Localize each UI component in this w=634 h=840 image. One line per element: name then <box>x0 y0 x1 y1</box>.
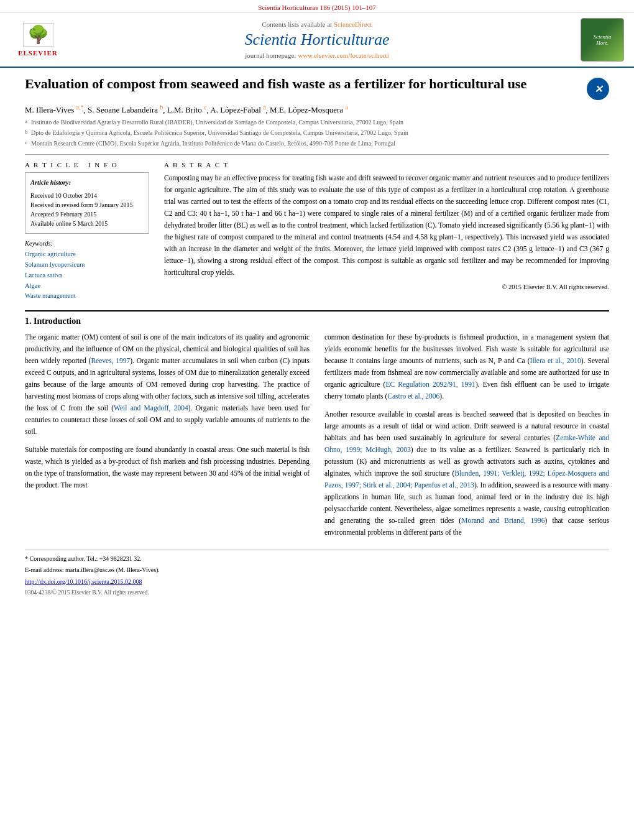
keyword-4[interactable]: Algae <box>25 281 149 292</box>
keywords-title: Keywords: <box>25 240 149 247</box>
ref-blunden[interactable]: Blunden, 1991; Verkleij, 1992; López-Mos… <box>324 469 609 489</box>
body-left-col: The organic matter (OM) content of soil … <box>25 331 310 544</box>
article-info-heading: A R T I C L E I N F O <box>25 161 149 168</box>
ref-castro[interactable]: Castro et al., 2006 <box>387 392 439 400</box>
body-columns: The organic matter (OM) content of soil … <box>25 331 609 544</box>
corr-author-note: * Corresponding author. Tel.: +34 982823… <box>25 554 609 563</box>
author-lopez-mosquera: M.E. López-Mosquera a <box>270 105 348 114</box>
article-title: Evaluation of compost from seaweed and f… <box>25 75 577 93</box>
body-right-col: common destination for these by-products… <box>324 331 609 544</box>
sciencedirect-link[interactable]: ScienceDirect <box>334 21 372 28</box>
page-reference: Scientia Horticulturae 186 (2015) 101–10… <box>0 0 634 13</box>
elsevier-logo-box: 🌳 <box>23 23 53 47</box>
affiliation-c: c Montain Research Centre (CIMO), Escola… <box>25 139 609 148</box>
elsevier-logo: 🌳 ELSEVIER <box>10 23 66 57</box>
abstract-text: Composting may be an effective process f… <box>164 172 609 279</box>
footer-copyright: 0304-4238/© 2015 Elsevier B.V. All right… <box>25 588 609 597</box>
ref-illera[interactable]: Illera et al., 2010 <box>530 357 581 364</box>
intro-para-2: Suitable materials for composting are fo… <box>25 444 310 491</box>
divider-1 <box>25 154 609 155</box>
accepted-row: Accepted 9 February 2015 <box>30 210 144 219</box>
affiliations: a Instituto de Biodiversidad Agraria y D… <box>25 118 609 148</box>
footnote-section: * Corresponding author. Tel.: +34 982823… <box>25 550 609 597</box>
online-row: Available online 5 March 2015 <box>30 219 144 228</box>
ref-ec[interactable]: EC Regulation 2092/91, 1991 <box>385 381 475 388</box>
affiliation-b: b Dpto de Edafología y Química Agrícola,… <box>25 128 609 137</box>
doi-line[interactable]: http://dx.doi.org/10.1016/j.scienta.2015… <box>25 577 609 586</box>
author-seoane: S. Seoane Labandeira b, <box>88 105 165 114</box>
author-illera: M. Illera-Vives a,*, <box>25 105 86 114</box>
article-history-title: Article history: <box>30 178 144 188</box>
body-divider <box>25 310 609 312</box>
info-abstract-section: A R T I C L E I N F O Article history: R… <box>25 161 609 302</box>
author-lopez-fabal: A. López-Fabal a, <box>210 105 268 114</box>
homepage-text: journal homepage: www.elsevier.com/locat… <box>66 52 568 59</box>
intro-para-1: The organic matter (OM) content of soil … <box>25 331 310 438</box>
author-brito: L.M. Brito c, <box>167 105 209 114</box>
keywords-section: Keywords: Organic agriculture Solanum ly… <box>25 240 149 302</box>
intro-para-4: Another resource available in coastal ar… <box>324 408 609 538</box>
revised-row: Received in revised form 9 January 2015 <box>30 200 144 210</box>
homepage-link[interactable]: www.elsevier.com/locate/scihorti <box>298 52 389 59</box>
affiliation-a: a Instituto de Biodiversidad Agraria y D… <box>25 118 609 127</box>
ref-reeves[interactable]: Reeves, 1997 <box>91 357 130 364</box>
journal-center: Contents lists available at ScienceDirec… <box>66 21 568 59</box>
page-ref-text: Scientia Horticulturae 186 (2015) 101–10… <box>258 4 375 11</box>
keyword-1[interactable]: Organic agriculture <box>25 249 149 260</box>
crossmark[interactable]: ✕ <box>587 78 609 100</box>
article-main: Evaluation of compost from seaweed and f… <box>0 68 634 597</box>
crossmark-icon: ✕ <box>587 78 609 100</box>
received-row: Received 10 October 2014 <box>30 191 144 200</box>
email-note: E-mail address: marta.illera@usc.es (M. … <box>25 565 609 575</box>
keyword-2[interactable]: Solanum lycopersicum <box>25 260 149 270</box>
elsevier-name: ELSEVIER <box>18 49 58 57</box>
journal-logo: ScientiaHort. <box>568 18 624 62</box>
journal-header: 🌳 ELSEVIER Contents lists available at S… <box>0 13 634 68</box>
journal-title: Scientia Horticulturae <box>66 30 568 49</box>
ref-morand[interactable]: Morand and Briand, 1996 <box>461 517 544 524</box>
available-text: Contents lists available at ScienceDirec… <box>66 21 568 28</box>
article-info-col: A R T I C L E I N F O Article history: R… <box>25 161 149 302</box>
doi-link[interactable]: http://dx.doi.org/10.1016/j.scienta.2015… <box>25 578 142 585</box>
abstract-heading: A B S T R A C T <box>164 161 609 168</box>
intro-para-3: common destination for these by-products… <box>324 331 609 402</box>
elsevier-tree-icon: 🌳 <box>27 26 49 44</box>
journal-logo-image: ScientiaHort. <box>581 18 624 62</box>
ref-weil[interactable]: Weil and Magdoff, 2004 <box>114 404 188 412</box>
authors: M. Illera-Vives a,*, S. Seoane Labandeir… <box>25 104 609 115</box>
intro-heading: 1. Introduction <box>25 316 609 326</box>
copyright-notice: © 2015 Elsevier B.V. All rights reserved… <box>164 284 609 290</box>
article-history-box: Article history: Received 10 October 201… <box>25 172 149 234</box>
keyword-3[interactable]: Lactuca sativa <box>25 270 149 281</box>
ref-zemke[interactable]: Zemke-White and Ohno, 1999; McHugh, 2003 <box>324 434 609 453</box>
abstract-col: A B S T R A C T Composting may be an eff… <box>164 161 609 302</box>
title-section: Evaluation of compost from seaweed and f… <box>25 75 609 100</box>
keyword-5[interactable]: Waste management <box>25 291 149 302</box>
